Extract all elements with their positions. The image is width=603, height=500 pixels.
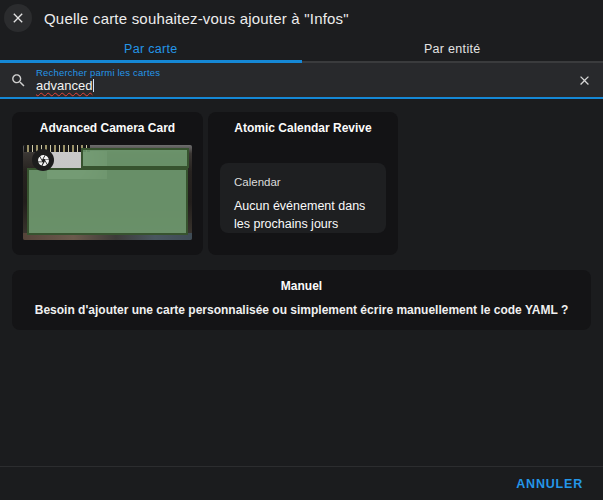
close-button[interactable] [4,4,32,32]
card-option-title: Atomic Calendar Revive [208,112,398,135]
card-option-title: Advanced Camera Card [12,112,203,135]
camera-preview-image [23,145,192,240]
search-input-label: Rechercher parmi les cartes [36,67,160,78]
tab-by-card[interactable]: Par carte [0,34,302,63]
tab-bar: Par carte Par entité [0,34,603,63]
card-results-grid: Advanced Camera Card Atomic Calendar Rev… [12,112,591,255]
calendar-preview-message: Aucun événement dans les prochains jours [234,197,372,233]
tab-by-entity[interactable]: Par entité [302,34,603,63]
dialog-header: Quelle carte souhaitez-vous ajouter à "I… [0,0,603,34]
close-icon [10,10,26,26]
search-input-value: advanced [36,78,92,93]
calendar-preview: Calendar Aucun événement dans les procha… [220,163,386,233]
clear-search-button[interactable] [565,63,603,97]
add-card-dialog: Quelle carte souhaitez-vous ajouter à "I… [0,0,603,500]
card-picker-content: Advanced Camera Card Atomic Calendar Rev… [0,99,603,467]
manual-card-title: Manuel [12,270,591,293]
manual-card-description: Besoin d'ajouter une carte personnalisée… [12,303,591,317]
dialog-footer: ANNULER [0,466,603,500]
clear-icon [577,73,592,88]
search-icon [0,72,36,89]
search-input[interactable]: Rechercher parmi les cartes advanced [36,63,565,97]
dialog-title: Quelle carte souhaitez-vous ajouter à "I… [44,10,349,27]
cancel-button[interactable]: ANNULER [508,471,591,497]
detection-box [81,148,189,168]
card-option-advanced-camera-card[interactable]: Advanced Camera Card [12,112,203,255]
camera-shutter-icon [32,149,54,171]
card-option-atomic-calendar-revive[interactable]: Atomic Calendar Revive Calendar Aucun év… [208,112,398,255]
detection-box [27,168,188,235]
text-caret [93,79,94,92]
search-bar: Rechercher parmi les cartes advanced [0,63,603,99]
card-option-manual[interactable]: Manuel Besoin d'ajouter une carte person… [12,270,591,330]
calendar-preview-title: Calendar [234,176,372,188]
